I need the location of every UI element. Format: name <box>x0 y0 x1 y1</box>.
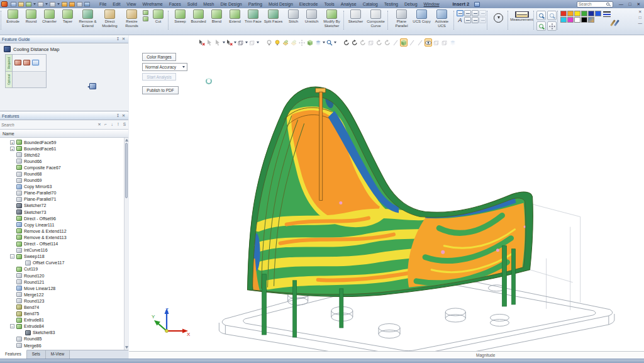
tree-column-header[interactable]: Name <box>0 130 128 138</box>
zoom-window-button[interactable] <box>547 11 557 20</box>
filter-sort-icon[interactable]: ↓ <box>109 121 114 128</box>
start-analysis-button[interactable]: Start Analysis <box>142 73 176 81</box>
tree-item[interactable]: Merge86 <box>0 342 128 349</box>
tree-item[interactable]: Sketcher83 <box>0 330 128 336</box>
tree-item[interactable]: Round66 <box>0 158 128 164</box>
tree-item[interactable]: Plane-Parallel70 <box>0 190 128 196</box>
tree-item[interactable]: Round123 <box>0 298 128 304</box>
tree-scrollbar[interactable] <box>124 138 128 350</box>
sweep-button[interactable]: Sweep <box>171 9 189 24</box>
menu-wireframe[interactable]: Wireframe <box>139 1 165 7</box>
resize-rounds-button[interactable]: Resize Rounds <box>121 9 143 28</box>
swatch-red[interactable] <box>560 11 567 16</box>
lightbulb-off-icon[interactable] <box>265 38 273 47</box>
mini-tool-icon[interactable] <box>143 16 148 21</box>
expand-toggle[interactable]: − <box>10 324 14 328</box>
tree-item[interactable]: Cut119 <box>0 266 128 272</box>
menu-electrode[interactable]: Electrode <box>296 1 321 7</box>
expand-toggle[interactable]: + <box>10 140 14 145</box>
tab-features[interactable]: Features <box>0 350 27 359</box>
tree-item[interactable]: Extrude81 <box>0 317 128 323</box>
ribbon-restore-icon[interactable]: □ <box>638 15 643 20</box>
edge-display-icon[interactable] <box>408 38 416 47</box>
tree-item[interactable]: Round121 <box>0 279 128 285</box>
balloon-icon[interactable] <box>479 10 486 16</box>
filter-corner-icon[interactable]: ⌐ <box>103 121 108 128</box>
tab-optional[interactable]: Optional <box>6 72 13 88</box>
tree-item[interactable]: Copy Mirror63 <box>0 184 128 190</box>
modify-by-sketcher-button[interactable]: Modify By Sketcher <box>321 9 343 28</box>
rotate-view-icon[interactable] <box>343 38 350 47</box>
tree-item[interactable]: Move Linear128 <box>0 285 128 291</box>
redo-icon[interactable] <box>77 2 82 7</box>
tree-item[interactable]: Direct - Offset114 <box>0 241 128 247</box>
tree-item[interactable]: Composite Face67 <box>0 164 128 170</box>
undo-icon[interactable] <box>69 2 75 7</box>
dropdown-icon[interactable] <box>45 3 48 5</box>
show-faces-icon[interactable] <box>282 38 289 47</box>
dropdown-icon[interactable] <box>245 42 248 43</box>
display-grid-icon[interactable] <box>50 2 55 7</box>
dimension-icon[interactable] <box>457 10 464 16</box>
hide-faces-icon[interactable] <box>290 38 297 47</box>
menu-faces[interactable]: Faces <box>166 1 184 7</box>
swatch-black[interactable] <box>581 17 587 23</box>
close-button[interactable]: ✕ <box>635 1 642 7</box>
tree-item[interactable]: Remove & Extend112 <box>0 228 128 234</box>
selection-box-icon[interactable] <box>237 38 245 47</box>
swatch-green[interactable] <box>581 11 587 16</box>
guide-item[interactable]: Cooling Distance Map <box>0 43 128 54</box>
expand-toggle[interactable]: − <box>10 254 14 259</box>
zoom-sheet-icon[interactable] <box>326 38 333 47</box>
open-icon[interactable] <box>18 2 24 7</box>
tree-item[interactable]: Round69 <box>0 177 128 184</box>
tree-item[interactable]: Direct - Offset96 <box>0 215 128 221</box>
search-input[interactable] <box>579 2 606 6</box>
scrollbar-thumb[interactable] <box>125 143 128 198</box>
menu-mold-design[interactable]: Mold Design <box>265 1 296 7</box>
plane-parallel-button[interactable]: Plane Parallel <box>391 9 413 28</box>
export-icon[interactable] <box>26 2 31 7</box>
tree-item[interactable]: Bend75 <box>0 311 128 317</box>
tab-required[interactable]: Required <box>6 55 13 72</box>
cooling-distance-model[interactable] <box>242 87 538 303</box>
accuracy-select[interactable]: Normal Accuracy <box>142 63 187 71</box>
round-button[interactable]: Round <box>22 9 40 24</box>
restore-button[interactable]: □ <box>626 1 633 7</box>
tree-item[interactable]: Plane-Parallel71 <box>0 196 128 203</box>
datum-target-icon[interactable] <box>472 10 479 16</box>
dropdown-icon[interactable] <box>234 42 236 43</box>
menu-parting[interactable]: Parting <box>245 1 265 7</box>
tree-item[interactable]: Round68 <box>0 170 128 177</box>
menu-edit[interactable]: Edit <box>109 1 123 7</box>
pan-button[interactable] <box>547 21 557 31</box>
menu-mesh[interactable]: Mesh <box>200 1 217 7</box>
eye-visibility-icon[interactable] <box>425 38 432 47</box>
view-manager-icon[interactable] <box>38 2 43 7</box>
tree-item[interactable]: Sketcher73 <box>0 209 128 215</box>
chamfer-button[interactable]: Chamfer <box>40 9 58 24</box>
selection-mode-icon[interactable] <box>248 38 256 47</box>
filter-alert-icon[interactable]: ! <box>116 121 121 128</box>
swatch-blue[interactable] <box>595 11 601 16</box>
menu-die-design[interactable]: Die Design <box>217 1 245 7</box>
swatch-gradient[interactable] <box>588 17 594 23</box>
zoom-in-button[interactable] <box>536 11 546 20</box>
line-thin-icon[interactable] <box>603 16 611 17</box>
sketcher-button[interactable]: Sketcher <box>347 9 365 24</box>
tree-item[interactable]: Merge122 <box>0 291 128 298</box>
remove-extend-button[interactable]: Remove & Extend <box>77 9 99 28</box>
stitch-button[interactable]: Stitch <box>284 9 303 24</box>
line-thick-icon[interactable] <box>603 11 611 13</box>
menu-tools[interactable]: Tools <box>321 1 337 7</box>
history-regen-icon[interactable] <box>494 13 503 23</box>
tree-item[interactable]: +BoundedFace59 <box>0 139 128 145</box>
pin-icon[interactable]: ↧ <box>115 36 121 42</box>
swatch-white[interactable] <box>574 17 580 23</box>
background-icon[interactable] <box>449 38 457 47</box>
tree-item[interactable]: Bend74 <box>0 304 128 310</box>
weld-icon[interactable] <box>479 17 486 23</box>
select-prev-icon[interactable] <box>206 38 214 47</box>
composite-curve-button[interactable]: Composite Curve <box>365 9 387 28</box>
cut-button[interactable]: Cut <box>149 9 167 24</box>
